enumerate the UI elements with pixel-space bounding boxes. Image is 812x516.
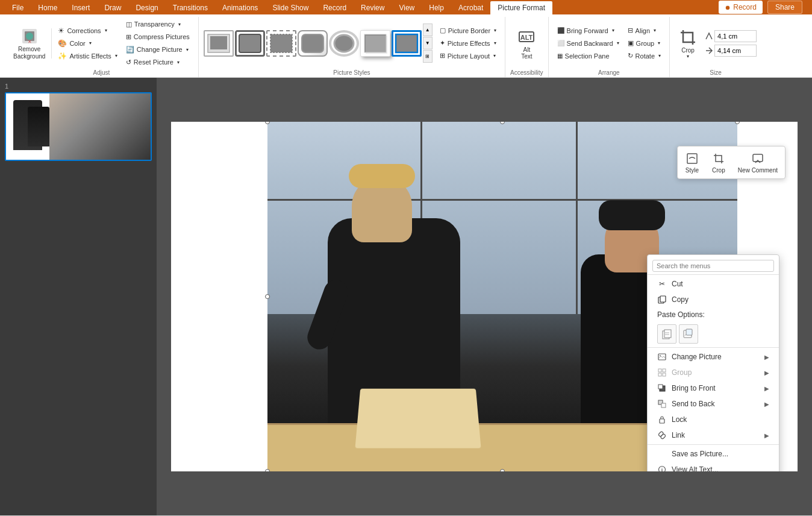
height-input[interactable]	[714, 30, 757, 42]
ctx-link[interactable]: Link ▶	[648, 427, 779, 443]
ribbon-group-arrange: ⬛ Bring Forward ▾ ⬜ Send Backward ▾ ▦ Se…	[549, 17, 670, 77]
picture-style-2[interactable]	[235, 30, 265, 57]
ctx-paste-options	[648, 322, 779, 346]
bring-to-front-arrow: ▶	[764, 385, 769, 392]
artistic-effects-button[interactable]: ✨ Artistic Effects ▾	[54, 50, 120, 62]
alt-text-button[interactable]: ALT AltText	[513, 25, 540, 61]
bring-forward-button[interactable]: ⬛ Bring Forward ▾	[554, 25, 623, 37]
picture-effects-label: Picture Effects	[448, 40, 490, 47]
svg-rect-28	[663, 373, 666, 376]
group-button[interactable]: ▣ Group ▾	[624, 37, 664, 49]
ctx-separator-2	[648, 444, 779, 445]
transparency-button[interactable]: ◫ Transparency ▾	[122, 18, 193, 30]
style-scroll-more[interactable]: ⊞	[423, 50, 433, 63]
picture-layout-icon: ⊞	[440, 52, 445, 60]
picture-style-7-active[interactable]	[392, 30, 422, 57]
tab-picture-format[interactable]: Picture Format	[490, 1, 552, 14]
remove-background-label: RemoveBackground	[13, 46, 45, 60]
ctx-change-picture[interactable]: Change Picture ▶	[648, 349, 779, 365]
ctx-bring-to-front[interactable]: Bring to Front ▶	[648, 380, 779, 396]
floating-comment-button[interactable]: New Comment	[733, 149, 782, 176]
view-alt-text-icon: i	[657, 465, 667, 471]
style-scroll-up[interactable]: ▲	[423, 24, 433, 36]
svg-rect-30	[658, 385, 663, 389]
compress-pictures-button[interactable]: ⊞ Compress Pictures	[122, 31, 193, 43]
bring-to-front-ctx-icon	[657, 383, 667, 393]
tab-view[interactable]: View	[392, 1, 422, 14]
crop-icon	[678, 28, 698, 47]
paste-picture-btn[interactable]	[679, 324, 698, 344]
ribbon-group-adjust: ✕ RemoveBackground ☀ Corrections ▾ 🎨 Col…	[5, 17, 199, 77]
ctx-save-as-picture[interactable]: Save as Picture...	[648, 446, 779, 462]
ctx-copy[interactable]: Copy	[648, 292, 779, 307]
share-button[interactable]: Share	[767, 1, 802, 14]
color-button[interactable]: 🎨 Color ▾	[54, 37, 120, 49]
rotate-button[interactable]: ↻ Rotate ▾	[624, 50, 664, 62]
tab-transitions[interactable]: Transitions	[166, 1, 215, 14]
tab-file[interactable]: File	[5, 1, 31, 14]
floating-style-button[interactable]: Style	[680, 149, 704, 176]
remove-background-button[interactable]: ✕ RemoveBackground	[10, 25, 49, 61]
adjust-group-label: Adjust	[93, 69, 110, 76]
group-icon: ▣	[628, 39, 634, 47]
slide-canvas[interactable]: Style Crop New Comment	[171, 122, 798, 471]
picture-style-6[interactable]	[360, 30, 390, 57]
picture-layout-button[interactable]: ⊞ Picture Layout ▾	[436, 50, 500, 62]
tab-slideshow[interactable]: Slide Show	[265, 1, 316, 14]
tab-animations[interactable]: Animations	[215, 1, 265, 14]
selection-pane-button[interactable]: ▦ Selection Pane	[554, 50, 623, 62]
svg-rect-26	[663, 369, 666, 372]
ctx-save-as-picture-label: Save as Picture...	[672, 450, 728, 458]
ctx-group[interactable]: Group ▶	[648, 365, 779, 380]
picture-style-3[interactable]	[266, 30, 296, 57]
tab-record[interactable]: Record	[316, 1, 354, 14]
accessibility-group-label: Accessibility	[510, 69, 543, 76]
ctx-send-to-back[interactable]: Send to Back ▶	[648, 396, 779, 412]
floating-style-icon	[685, 151, 699, 166]
svg-rect-27	[658, 373, 661, 376]
style-scroll-down[interactable]: ▼	[423, 37, 433, 49]
paste-keep-source-btn[interactable]	[657, 324, 676, 344]
tab-draw[interactable]: Draw	[97, 1, 128, 14]
tab-acrobat[interactable]: Acrobat	[451, 1, 490, 14]
corrections-button[interactable]: ☀ Corrections ▾	[54, 25, 120, 37]
tab-home[interactable]: Home	[31, 1, 64, 14]
record-button[interactable]: ⏺ Record	[719, 1, 763, 14]
svg-rect-6	[239, 34, 261, 52]
rotate-label: Rotate	[636, 52, 655, 60]
tab-design[interactable]: Design	[128, 1, 165, 14]
reset-picture-button[interactable]: ↺ Reset Picture ▾	[122, 56, 193, 68]
canvas-area: Style Crop New Comment	[157, 78, 812, 515]
picture-border-button[interactable]: ▢ Picture Border ▾	[436, 25, 500, 37]
picture-style-4[interactable]	[298, 30, 328, 57]
ctx-lock[interactable]: Lock	[648, 412, 779, 427]
slide-thumbnail[interactable]	[5, 92, 152, 161]
picture-effects-icon: ✦	[440, 39, 445, 47]
picture-style-1[interactable]	[204, 30, 234, 57]
selection-pane-icon: ▦	[557, 52, 563, 59]
alt-text-icon: ALT	[517, 27, 536, 46]
width-input[interactable]	[714, 45, 757, 57]
main-area: 1	[0, 78, 812, 515]
tab-help[interactable]: Help	[422, 1, 451, 14]
picture-border-label: Picture Border	[448, 27, 490, 34]
send-backward-button[interactable]: ⬜ Send Backward ▾	[554, 37, 623, 49]
crop-button[interactable]: Crop ▾	[675, 25, 701, 61]
slide-number: 1	[5, 83, 152, 90]
tab-insert[interactable]: Insert	[64, 1, 97, 14]
corrections-label: Corrections	[67, 27, 101, 34]
rotate-icon: ↻	[628, 52, 633, 60]
ctx-send-to-back-label: Send to Back	[672, 400, 714, 408]
context-menu-search-input[interactable]	[652, 260, 774, 272]
change-picture-ribbon-button[interactable]: 🔄 Change Picture ▾	[122, 43, 193, 55]
artistic-effects-label: Artistic Effects	[69, 52, 111, 60]
picture-style-5[interactable]	[329, 30, 359, 57]
ctx-cut[interactable]: ✂ Cut	[648, 276, 779, 292]
ctx-paste-label: Paste Options:	[648, 307, 779, 322]
floating-crop-button[interactable]: Crop	[707, 149, 731, 176]
align-button[interactable]: ⊟ Align ▾	[624, 25, 664, 37]
ctx-view-alt-text[interactable]: i View Alt Text...	[648, 462, 779, 471]
align-icon: ⊟	[628, 27, 633, 34]
picture-effects-button[interactable]: ✦ Picture Effects ▾	[436, 37, 500, 49]
tab-review[interactable]: Review	[354, 1, 392, 14]
